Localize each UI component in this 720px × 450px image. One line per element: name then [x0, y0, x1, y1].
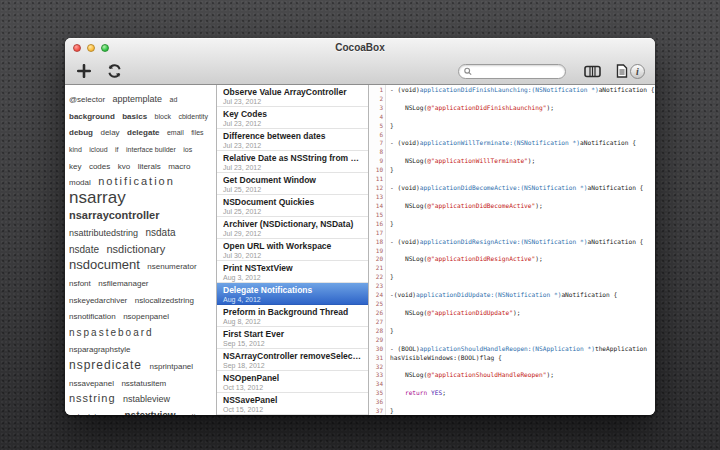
add-snippet-button[interactable]	[75, 64, 93, 78]
tag-item[interactable]: @selector	[69, 95, 105, 104]
tag-item[interactable]: modal	[69, 178, 91, 187]
snippet-date: Jul 23, 2012	[223, 142, 362, 150]
tag-item[interactable]: email	[167, 129, 184, 136]
code-line: NSLog(@"applicationDidBecomeActive");	[390, 201, 655, 210]
line-number: 24	[369, 290, 385, 299]
tag-item[interactable]: nstableview	[123, 394, 170, 404]
snippet-row[interactable]: Open URL with WorkspaceJul 30, 2012	[217, 239, 368, 261]
tag-item[interactable]: kind	[69, 146, 82, 153]
close-button[interactable]	[73, 44, 81, 52]
tag-item[interactable]: nsfilemanager	[98, 279, 148, 288]
tag-item[interactable]: nstextstorage	[69, 412, 117, 415]
tag-item[interactable]: nsenumerator	[147, 262, 196, 271]
line-number: 19	[369, 246, 385, 255]
tag-item[interactable]: nstimer	[183, 412, 209, 415]
tag-item[interactable]: delay	[100, 128, 119, 137]
tag-item[interactable]: nsprintpanel	[150, 362, 194, 371]
tag-item[interactable]: nskeyedarchiver	[69, 296, 127, 305]
tag-item[interactable]: kvo	[118, 162, 130, 171]
tag-item[interactable]: nspredicate	[69, 358, 142, 372]
code-body[interactable]: - (void)applicationDidFinishLaunching:(N…	[386, 85, 655, 415]
tag-item[interactable]: nsdata	[146, 227, 176, 238]
tag-item[interactable]: icloud	[89, 146, 107, 153]
tag-item[interactable]: if	[115, 146, 119, 153]
tag-item[interactable]: nsarray	[69, 188, 126, 207]
zoom-button[interactable]	[101, 44, 109, 52]
tag-item[interactable]: nsnotification	[69, 312, 116, 321]
snippet-row[interactable]: Print NSTextViewAug 3, 2012	[217, 261, 368, 283]
snippet-row[interactable]: Key CodesJul 23, 2012	[217, 107, 368, 129]
tag-item[interactable]: literals	[138, 162, 161, 171]
tag-item[interactable]: nssavepanel	[69, 379, 114, 388]
minimize-button[interactable]	[87, 44, 95, 52]
code-line: NSLog(@"applicationDidUpdate");	[390, 308, 655, 317]
snippet-row[interactable]: NSDocument QuickiesJul 25, 2012	[217, 195, 368, 217]
tag-item[interactable]: delegate	[127, 128, 159, 137]
snippet-row[interactable]: Preform in Background ThreadAug 8, 2012	[217, 305, 368, 327]
tag-item[interactable]: nsdocument	[69, 257, 140, 272]
search-field[interactable]	[458, 64, 566, 79]
line-number: 13	[369, 192, 385, 201]
tag-item[interactable]: block	[155, 113, 171, 120]
tag-item[interactable]: macro	[168, 162, 190, 171]
tag-item[interactable]: nstextview	[124, 410, 175, 415]
tag-item[interactable]: apptemplate	[113, 94, 163, 104]
snippet-row[interactable]: Get Document WindowJul 25, 2012	[217, 173, 368, 195]
snippet-row[interactable]: Relative Date as NSString from NSDateJul…	[217, 151, 368, 173]
tag-item[interactable]: nsfont	[69, 279, 91, 288]
snippet-row[interactable]: NSOpenPanelOct 13, 2012	[217, 371, 368, 393]
tag-item[interactable]: debug	[69, 128, 93, 137]
code-editor[interactable]: 1234567891011121314151617181920212223242…	[369, 85, 655, 415]
app-window: CocoaBox	[65, 38, 655, 415]
columns-icon	[584, 65, 601, 78]
tag-item[interactable]: notification	[98, 175, 175, 187]
toggle-columns-button[interactable]	[582, 65, 603, 78]
snippet-row[interactable]: Archiver (NSDictionary, NSData)Jul 29, 2…	[217, 217, 368, 239]
info-button[interactable]: i	[630, 64, 645, 79]
snippet-row[interactable]: Difference between datesJul 23, 2012	[217, 129, 368, 151]
new-document-button[interactable]	[614, 64, 630, 78]
tag-item[interactable]: nsstring	[69, 392, 116, 404]
code-line	[390, 210, 655, 219]
tag-item[interactable]: nsparagraphstyle	[69, 345, 130, 354]
snippet-title: Delegate Notifications	[223, 285, 362, 296]
line-number: 15	[369, 210, 385, 219]
tag-item[interactable]: nsstatusitem	[121, 379, 166, 388]
tag-item[interactable]: basics	[122, 112, 147, 121]
tag-item[interactable]: nsattributedstring	[69, 228, 138, 238]
toolbar: i	[65, 58, 655, 84]
line-number: 23	[369, 281, 385, 290]
tag-item[interactable]: nslocalizedstring	[135, 296, 194, 305]
tag-item[interactable]: nsopenpanel	[123, 312, 169, 321]
tag-item[interactable]: ios	[183, 146, 192, 153]
snippet-row[interactable]: NSArrayController removeSelection...Sep …	[217, 349, 368, 371]
line-number: 30	[369, 344, 385, 353]
title-bar[interactable]: CocoaBox	[65, 38, 655, 58]
tag-item[interactable]: nsarraycontroller	[69, 209, 159, 221]
tag-item[interactable]: interface builder	[126, 146, 176, 153]
code-line	[390, 397, 655, 406]
snippet-row[interactable]: NSSavePanelOct 15, 2012	[217, 393, 368, 415]
snippet-row[interactable]: Observe Value ArrayControllerJul 23, 201…	[217, 85, 368, 107]
code-line: }	[390, 121, 655, 130]
window-chrome: CocoaBox	[65, 38, 655, 85]
line-number: 34	[369, 379, 385, 388]
tag-item[interactable]: cbidentity	[178, 113, 208, 120]
line-number: 6	[369, 130, 385, 139]
snippet-row[interactable]: First Start EverSep 15, 2012	[217, 327, 368, 349]
tag-item[interactable]: ad	[170, 96, 178, 103]
sync-button[interactable]	[105, 64, 124, 78]
tag-item[interactable]: codes	[89, 162, 110, 171]
tag-item[interactable]: nsdate	[69, 244, 99, 255]
tag-item[interactable]: background	[69, 112, 115, 121]
tag-item[interactable]: files	[191, 129, 203, 136]
snippet-row-selected[interactable]: Delegate NotificationsAug 4, 2012	[217, 283, 368, 305]
line-number: 17	[369, 228, 385, 237]
code-line	[390, 174, 655, 183]
snippet-date: Jul 23, 2012	[223, 164, 362, 172]
tag-item[interactable]: key	[69, 162, 81, 171]
code-line	[390, 263, 655, 272]
tag-item[interactable]: nsdictionary	[106, 243, 165, 255]
tag-item[interactable]: nspasteboard	[69, 327, 154, 338]
search-input[interactable]	[475, 66, 560, 76]
